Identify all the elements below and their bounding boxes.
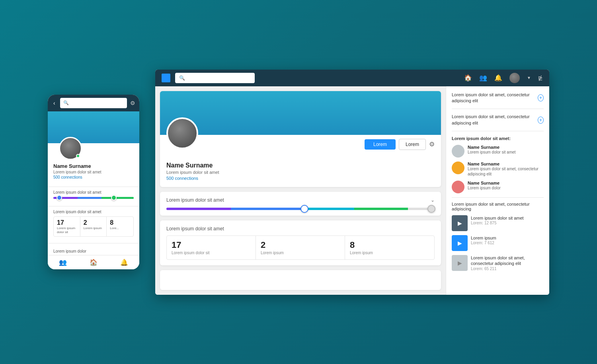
sidebar-media-item-2: ▶ Lorem ipsum Lorem: 7 612 (452, 235, 544, 251)
sidebar-media-info-2: Lorem ipsum Lorem: 7 612 (471, 235, 496, 245)
mobile-stat-item-1: 17 Lorem ipsum dolor sit (54, 217, 80, 236)
message-button[interactable]: Lorem (399, 139, 426, 150)
mobile-lorem-section: Lorem ipsum dolor (48, 247, 139, 255)
mobile-divider-2 (48, 206, 139, 206)
nav-grid-icon[interactable]: ⋭ (538, 75, 543, 81)
stat-item-2: 2 Lorem ipsum (256, 236, 345, 259)
slider-fill-teal (306, 208, 354, 210)
sidebar-media-thumb-2[interactable]: ▶ (452, 235, 468, 251)
sidebar-person-avatar-3 (452, 181, 464, 193)
mobile-divider-1 (48, 187, 139, 187)
profile-tagline: Lorem ipsum dolor sit amet (166, 170, 435, 175)
sidebar-person-item-3: Name Surname Lorem ipsum dolor (452, 181, 544, 193)
nav-people-icon[interactable]: 👥 (479, 74, 487, 82)
nav-bell-icon[interactable]: 🔔 (494, 74, 502, 82)
profile-connections[interactable]: 500 connections (166, 176, 435, 181)
mobile-slider-fill-blue (78, 197, 102, 199)
sidebar-media-item-1: ▶ Lorem ipsum dolor sit amet Lorem: 12 8… (452, 215, 544, 231)
mobile-slider-section: Lorem ipsum dolor sit amet (48, 190, 139, 203)
mobile-slider-label: Lorem ipsum dolor sit amet (53, 190, 134, 195)
slider-card: Lorem ipsum dolor sit amet ⌄ (160, 192, 441, 216)
profile-actions: Lorem Lorem ⚙ (166, 135, 435, 150)
slider-chevron-icon[interactable]: ⌄ (431, 197, 435, 203)
settings-button[interactable]: ⚙ (429, 140, 435, 148)
mobile-slider-fill-green (101, 197, 134, 199)
stat-number-3: 8 (350, 240, 429, 250)
mobile-stat-item-3: 8 Lore... (107, 217, 133, 236)
play-icon-3: ▶ (458, 260, 462, 266)
mobile-nav-people-icon[interactable]: 👥 (59, 259, 67, 266)
gear-icon[interactable]: ⚙ (130, 100, 135, 106)
stat-item-3: 8 Lorem ipsum (345, 236, 434, 259)
sidebar-person-info-2: Name Surname Lorem ipsum dolor sit amet,… (468, 162, 544, 177)
nav-search-icon: 🔍 (179, 75, 185, 81)
slider-header: Lorem ipsum dolor sit amet ⌄ (166, 197, 435, 203)
nav-icons: 🏠 👥 🔔 ▼ ⋭ (464, 73, 543, 83)
mobile-stat-desc-2: Lorem ipsum (84, 226, 103, 230)
sidebar-media-sub-3: Lorem: 65 211 (471, 267, 544, 271)
mobile-stat-item-2: 2 Lorem ipsum (80, 217, 107, 236)
mobile-profile-section: Name Surname Lorem ipsum dolor sit amet … (48, 143, 139, 183)
mobile-slider-thumb-left[interactable] (57, 195, 62, 200)
mobile-profile-tagline: Lorem ipsum dolor sit amet (53, 170, 134, 174)
sidebar-person-avatar-1 (452, 145, 464, 158)
mobile-cover-photo (48, 111, 139, 143)
nav-search-bar[interactable]: 🔍 (175, 73, 255, 83)
desktop-content: Lorem Lorem ⚙ Name Surname Lorem ipsum d… (155, 86, 549, 295)
sidebar-media-title-1: Lorem ipsum dolor sit amet (471, 215, 524, 221)
sidebar-media-info-3: Lorem ipsum dolor sit amet, consectetur … (471, 255, 544, 271)
sidebar-media-item-3: ▶ Lorem ipsum dolor sit amet, consectetu… (452, 255, 544, 271)
mobile-stat-desc-3: Lore... (110, 226, 130, 230)
sidebar-media-info-1: Lorem ipsum dolor sit amet Lorem: 12 875 (471, 215, 524, 225)
stat-label-3: Lorem ipsum (350, 250, 429, 255)
mobile-profile-name: Name Surname (53, 163, 134, 169)
sidebar-media-sub-1: Lorem: 12 875 (471, 221, 524, 225)
mobile-stat-number-1: 17 (57, 219, 77, 226)
sidebar-person-avatar-2 (452, 162, 464, 174)
mobile-profile-connections[interactable]: 500 connections (53, 175, 134, 179)
connect-button[interactable]: Lorem (365, 139, 396, 150)
desktop-frame: 🔍 🏠 👥 🔔 ▼ ⋭ (155, 70, 549, 295)
sidebar-person-desc-1: Lorem ipsum dolor sit amet (468, 150, 516, 155)
slider-title: Lorem ipsum dolor sit amet (166, 197, 224, 203)
mobile-stats-grid: 17 Lorem ipsum dolor sit 2 Lorem ipsum 8… (53, 216, 134, 237)
stats-card: Lorem ipsum dolor sit amet 17 Lorem ipsu… (160, 220, 441, 265)
mobile-stat-number-2: 2 (84, 219, 103, 226)
slider-track[interactable] (166, 208, 435, 210)
sidebar-person-info-3: Name Surname Lorem ipsum dolor (468, 181, 501, 191)
mobile-slider-thumb-right[interactable] (111, 195, 117, 200)
mobile-stat-desc-1: Lorem ipsum dolor sit (57, 226, 77, 234)
mobile-nav-bell-icon[interactable]: 🔔 (120, 259, 128, 266)
sidebar-media-thumb-1[interactable]: ▶ (452, 215, 468, 231)
slider-fill-blue (231, 208, 306, 210)
slider-fill-green (354, 208, 408, 210)
nav-home-icon[interactable]: 🏠 (464, 74, 472, 82)
sidebar-media-title-3: Lorem ipsum dolor sit amet, consectetur … (471, 255, 544, 267)
nav-dropdown-arrow-icon[interactable]: ▼ (527, 76, 531, 80)
nav-avatar[interactable] (509, 73, 520, 83)
sidebar-add-button-1[interactable]: + (538, 94, 544, 101)
mobile-divider-3 (48, 243, 139, 243)
stat-label-1: Lorem ipsum dolor sit (172, 250, 251, 255)
sidebar-person-name-2: Name Surname (468, 162, 544, 166)
mobile-avatar (59, 137, 82, 160)
sidebar-person-name-3: Name Surname (468, 181, 501, 185)
scene: ‹ 🔍 ⚙ Name Surname Lorem ipsum dolor sit… (48, 70, 549, 295)
sidebar-text-item-2: Lorem ipsum dolor sit amet, consectetur … (452, 114, 544, 131)
mobile-search-bar[interactable]: 🔍 (60, 98, 127, 108)
slider-thumb-right[interactable] (427, 205, 435, 213)
mobile-slider-track[interactable] (53, 197, 134, 199)
mobile-back-button[interactable]: ‹ (52, 99, 57, 107)
stats-title: Lorem ipsum dolor sit amet (166, 226, 435, 232)
sidebar-person-desc-3: Lorem ipsum dolor (468, 185, 501, 191)
sidebar-media-thumb-3[interactable]: ▶ (452, 255, 468, 271)
sidebar-media-section-title: Lorem ipsum dolor sit amet, consectetur … (452, 202, 544, 211)
sidebar-add-button-2[interactable]: + (538, 117, 544, 124)
mobile-frame: ‹ 🔍 ⚙ Name Surname Lorem ipsum dolor sit… (48, 95, 139, 269)
mobile-top-bar: ‹ 🔍 ⚙ (48, 95, 139, 111)
sidebar-person-info-1: Name Surname Lorem ipsum dolor sit amet (468, 145, 516, 155)
mobile-lorem-label: Lorem ipsum dolor (53, 249, 134, 253)
online-status-dot (76, 154, 80, 158)
slider-thumb-left[interactable] (300, 205, 308, 213)
mobile-nav-home-icon[interactable]: 🏠 (90, 259, 98, 266)
